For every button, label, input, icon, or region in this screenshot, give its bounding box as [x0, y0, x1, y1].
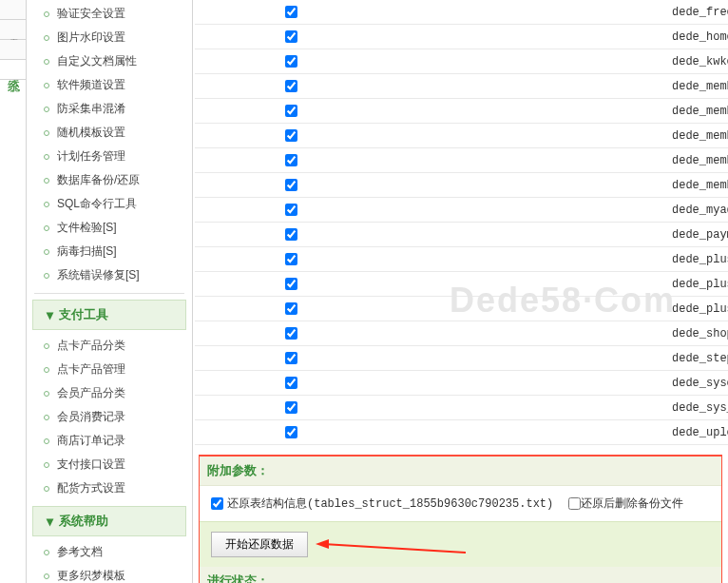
backup-file-name: dede_stepselect_0_19b7b714f — [558, 352, 728, 365]
backup-file-checkbox[interactable] — [285, 80, 297, 92]
sidebar-item[interactable]: 支付接口设置 — [27, 453, 192, 476]
sidebar-item-label: SQL命令行工具 — [57, 196, 137, 212]
sidebar-item-label: 计划任务管理 — [57, 148, 125, 165]
sidebar-item[interactable]: 病毒扫描[S] — [27, 240, 192, 263]
backup-file-checkbox[interactable] — [285, 352, 297, 364]
sidebar-item-label: 文件检验[S] — [57, 220, 117, 236]
bullet-icon — [44, 83, 49, 88]
bullet-icon — [44, 343, 49, 349]
table-row: dede_plus_changyan_setting_0_7152 — [195, 272, 728, 297]
backup-file-name: dede_myad_0_7c1e807bcead — [558, 204, 728, 217]
bullet-icon — [44, 573, 49, 579]
backup-file-checkbox[interactable] — [285, 105, 297, 117]
backup-file-checkbox[interactable] — [285, 278, 297, 290]
sidebar-item[interactable]: 验证安全设置 — [27, 2, 192, 26]
sidebar-item[interactable]: 会员消费记录 — [27, 405, 192, 429]
sidebar-item-label: 支付接口设置 — [57, 457, 125, 473]
table-row: dede_sysconfig_0_a652f42828 — [195, 371, 728, 396]
bullet-icon — [44, 178, 49, 184]
backup-file-checkbox[interactable] — [285, 6, 297, 18]
backup-file-checkbox[interactable] — [285, 253, 297, 265]
sidebar-item-label: 病毒扫描[S] — [57, 243, 117, 260]
backup-file-name: dede_sysconfig_0_a652f42828 — [558, 377, 728, 390]
backup-file-name: dede_member_stowtype_0_03fef92 — [558, 154, 728, 167]
backup-file-checkbox[interactable] — [285, 204, 297, 216]
arrow-annotation — [314, 535, 466, 554]
sidebar-item[interactable]: 更多织梦模板 — [27, 564, 192, 583]
delete-after-checkbox[interactable] — [568, 497, 581, 510]
sidebar-item-label: 商店订单记录 — [57, 433, 125, 449]
backup-file-checkbox[interactable] — [285, 401, 297, 414]
backup-file-checkbox[interactable] — [285, 377, 297, 389]
backup-file-name: dede_uploads_0_354f294fafc — [558, 426, 728, 439]
sidebar-item-label: 会员消费记录 — [57, 409, 125, 425]
sidebar-item[interactable]: 商店订单记录 — [27, 429, 192, 453]
tab-collect[interactable]: 采集 — [0, 0, 26, 20]
table-row: dede_member_type_0_0b5d6a4e5 — [195, 173, 728, 198]
sidebar-item[interactable]: 系统错误修复[S] — [27, 263, 192, 287]
backup-file-name: dede_payment_0_ba57853e280 — [558, 228, 728, 242]
start-restore-button[interactable]: 开始还原数据 — [211, 532, 308, 557]
bullet-icon — [44, 486, 49, 492]
backup-file-name: dede_plus_0_06ec9e16b08b — [558, 253, 728, 266]
sidebar-item-label: 参考文档 — [57, 544, 103, 560]
sidebar-header[interactable]: ▾支付工具 — [32, 300, 186, 330]
backup-file-checkbox[interactable] — [285, 228, 297, 241]
bullet-icon — [44, 107, 49, 112]
bullet-icon — [44, 130, 49, 136]
table-row: dede_sys_module_0_3a8649d57 — [195, 396, 728, 420]
backup-file-checkbox[interactable] — [285, 302, 297, 315]
status-title: 进行状态： — [200, 567, 721, 583]
bullet-icon — [44, 273, 49, 279]
restore-struct-checkbox[interactable] — [211, 497, 223, 510]
backup-file-checkbox[interactable] — [285, 129, 297, 142]
sidebar-item[interactable]: 数据库备份/还原 — [27, 168, 192, 192]
sidebar-item-label: 随机模板设置 — [57, 125, 125, 141]
tab-template[interactable]: 模板 — [0, 40, 26, 60]
backup-file-checkbox[interactable] — [285, 426, 297, 438]
sidebar-item[interactable]: 图片水印设置 — [27, 26, 192, 49]
sidebar-item[interactable]: 防采集串混淆 — [27, 97, 192, 121]
backup-file-name: dede_freelist_0_c9737637e3 — [558, 6, 728, 19]
vertical-tabs: 采集 会员 模板 系统 — [0, 0, 27, 583]
sidebar-item-label: 系统错误修复[S] — [57, 267, 140, 283]
sidebar-item-label: 数据库备份/还原 — [57, 172, 140, 188]
backup-file-name: dede_sys_module_0_3a8649d57 — [558, 401, 728, 415]
table-row: dede_myad_0_7c1e807bcead — [195, 198, 728, 223]
sidebar-item[interactable]: 参考文档 — [27, 540, 192, 564]
tab-member[interactable]: 会员 — [0, 20, 26, 40]
sidebar: 验证安全设置图片水印设置自定义文档属性软件频道设置防采集串混淆随机模板设置计划任… — [27, 0, 193, 583]
bullet-icon — [44, 438, 49, 444]
backup-file-checkbox[interactable] — [285, 179, 297, 191]
sidebar-item-label: 点卡产品分类 — [57, 338, 125, 354]
sidebar-item-label: 自定义文档属性 — [57, 53, 137, 69]
backup-file-checkbox[interactable] — [285, 30, 297, 43]
main-content: Dede58·Com dede_freelist_0_c9737637e3ded… — [193, 0, 728, 583]
backup-file-checkbox[interactable] — [285, 154, 297, 166]
sidebar-item-label: 更多织梦模板 — [57, 568, 125, 583]
bullet-icon — [44, 59, 49, 65]
params-section: 附加参数： 还原表结构信息(tables_struct_1855b9630c79… — [199, 455, 722, 583]
backup-file-name: dede_member_0_8e45069e57a — [558, 80, 728, 93]
sidebar-header[interactable]: ▾系统帮助 — [32, 506, 186, 536]
sidebar-item[interactable]: 配货方式设置 — [27, 476, 192, 500]
sidebar-item[interactable]: SQL命令行工具 — [27, 192, 192, 216]
sidebar-item-label: 点卡产品管理 — [57, 361, 125, 378]
tab-system[interactable]: 系统 — [0, 60, 26, 80]
sidebar-item[interactable]: 软件频道设置 — [27, 73, 192, 97]
bullet-icon — [44, 11, 49, 17]
sidebar-item[interactable]: 文件检验[S] — [27, 216, 192, 240]
backup-file-checkbox[interactable] — [285, 327, 297, 340]
backup-file-name: dede_member_type_0_0b5d6a4e5 — [558, 179, 728, 192]
sidebar-item[interactable]: 随机模板设置 — [27, 121, 192, 145]
bullet-icon — [44, 550, 49, 555]
sidebar-item[interactable]: 自定义文档属性 — [27, 49, 192, 73]
sidebar-item-label: 验证安全设置 — [57, 6, 125, 22]
sidebar-item[interactable]: 会员产品分类 — [27, 381, 192, 405]
sidebar-item[interactable]: 计划任务管理 — [27, 145, 192, 168]
table-row: dede_member_person_0_e319f1d3 — [195, 124, 728, 148]
sidebar-item[interactable]: 点卡产品管理 — [27, 358, 192, 381]
backup-file-checkbox[interactable] — [285, 55, 297, 68]
svg-line-0 — [323, 544, 466, 553]
sidebar-item[interactable]: 点卡产品分类 — [27, 334, 192, 358]
